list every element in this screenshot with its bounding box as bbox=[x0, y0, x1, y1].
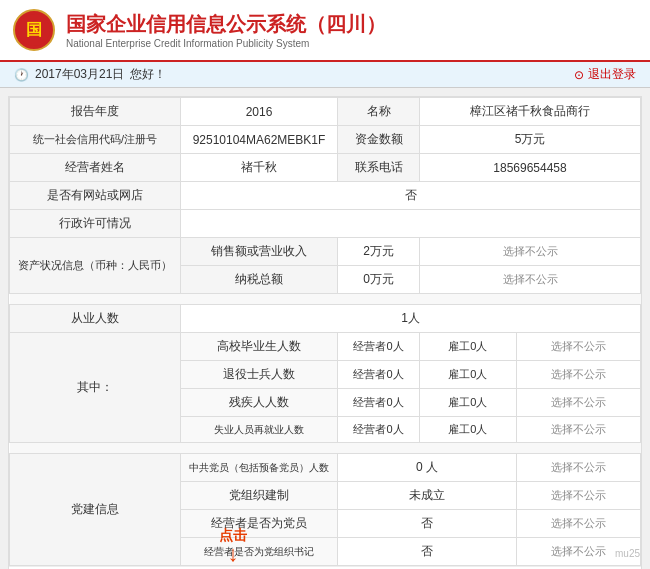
permit-value bbox=[181, 210, 641, 238]
clock-icon: 🕐 bbox=[14, 68, 29, 82]
topbar-date: 2017年03月21日 bbox=[35, 66, 124, 83]
unemployed-public[interactable]: 选择不公示 bbox=[516, 417, 640, 443]
tax-public[interactable]: 选择不公示 bbox=[420, 266, 641, 294]
svg-text:国: 国 bbox=[26, 21, 42, 38]
college-operator: 经营者0人 bbox=[338, 333, 420, 361]
logo: 国 bbox=[12, 8, 56, 52]
is-member-public[interactable]: 选择不公示 bbox=[516, 510, 640, 538]
college-public[interactable]: 选择不公示 bbox=[516, 333, 640, 361]
website-value: 否 bbox=[181, 182, 641, 210]
capital-label: 资金数额 bbox=[338, 126, 420, 154]
topbar-left: 🕐 2017年03月21日 您好！ bbox=[14, 66, 166, 83]
website-label: 是否有网站或网店 bbox=[10, 182, 181, 210]
unemployed-employee: 雇工0人 bbox=[420, 417, 517, 443]
capital-value: 5万元 bbox=[420, 126, 641, 154]
party-section-label: 党建信息 bbox=[10, 454, 181, 566]
veteran-operator: 经营者0人 bbox=[338, 361, 420, 389]
spacer-row bbox=[10, 294, 641, 305]
header-text: 国家企业信用信息公示系统（四川） National Enterprise Cre… bbox=[66, 12, 386, 49]
party-member-label: 中共党员（包括预备党员）人数 bbox=[181, 454, 338, 482]
contact-label: 联系电话 bbox=[338, 154, 420, 182]
info-table: 报告年度 2016 名称 樟江区禇千秋食品商行 统一社会信用代码/注册号 925… bbox=[9, 97, 641, 566]
disabled-operator: 经营者0人 bbox=[338, 389, 420, 417]
header: 国 国家企业信用信息公示系统（四川） National Enterprise C… bbox=[0, 0, 650, 62]
party-org-value: 未成立 bbox=[338, 482, 517, 510]
name-value: 樟江区禇千秋食品商行 bbox=[420, 98, 641, 126]
report-year-value: 2016 bbox=[181, 98, 338, 126]
is-secretary-value: 否 bbox=[338, 538, 517, 566]
table-row: 经营者姓名 禇千秋 联系电话 18569654458 bbox=[10, 154, 641, 182]
is-member-value: 否 bbox=[338, 510, 517, 538]
table-row: 是否有网站或网店 否 bbox=[10, 182, 641, 210]
employee-sub-label: 其中： bbox=[10, 333, 181, 443]
emblem-icon: 国 bbox=[12, 8, 56, 52]
table-row: 统一社会信用代码/注册号 92510104MA62MEBK1F 资金数额 5万元 bbox=[10, 126, 641, 154]
disabled-public[interactable]: 选择不公示 bbox=[516, 389, 640, 417]
name-label: 名称 bbox=[338, 98, 420, 126]
topbar-greeting: 您好！ bbox=[130, 66, 166, 83]
table-row: 行政许可情况 bbox=[10, 210, 641, 238]
app-title-cn: 国家企业信用信息公示系统（四川） bbox=[66, 12, 386, 36]
is-secretary-label: 经营者是否为党组织书记 bbox=[181, 538, 338, 566]
main-content: 报告年度 2016 名称 樟江区禇千秋食品商行 统一社会信用代码/注册号 925… bbox=[8, 96, 642, 569]
veteran-public[interactable]: 选择不公示 bbox=[516, 361, 640, 389]
report-year-label: 报告年度 bbox=[10, 98, 181, 126]
unified-code-label: 统一社会信用代码/注册号 bbox=[10, 126, 181, 154]
permit-label: 行政许可情况 bbox=[10, 210, 181, 238]
college-employee: 雇工0人 bbox=[420, 333, 517, 361]
unemployed-label: 失业人员再就业人数 bbox=[181, 417, 338, 443]
tax-value: 0万元 bbox=[338, 266, 420, 294]
tax-label: 纳税总额 bbox=[181, 266, 338, 294]
watermark: mu25 bbox=[615, 548, 640, 559]
table-row: 报告年度 2016 名称 樟江区禇千秋食品商行 bbox=[10, 98, 641, 126]
party-org-public[interactable]: 选择不公示 bbox=[516, 482, 640, 510]
spacer-row bbox=[10, 443, 641, 454]
contact-value: 18569654458 bbox=[420, 154, 641, 182]
table-row: 从业人数 1人 bbox=[10, 305, 641, 333]
table-row: 资产状况信息（币种：人民币） 销售额或营业收入 2万元 选择不公示 bbox=[10, 238, 641, 266]
topbar: 🕐 2017年03月21日 您好！ ⊙ 退出登录 bbox=[0, 62, 650, 88]
party-org-label: 党组织建制 bbox=[181, 482, 338, 510]
app-title-en: National Enterprise Credit Information P… bbox=[66, 38, 386, 49]
sales-label: 销售额或营业收入 bbox=[181, 238, 338, 266]
veteran-employee: 雇工0人 bbox=[420, 361, 517, 389]
disabled-employee: 雇工0人 bbox=[420, 389, 517, 417]
logout-label: 退出登录 bbox=[588, 66, 636, 83]
asset-section-label: 资产状况信息（币种：人民币） bbox=[10, 238, 181, 294]
unified-code-value: 92510104MA62MEBK1F bbox=[181, 126, 338, 154]
party-member-value: 0 人 bbox=[338, 454, 517, 482]
sales-value: 2万元 bbox=[338, 238, 420, 266]
veteran-label: 退役士兵人数 bbox=[181, 361, 338, 389]
logout-button[interactable]: ⊙ 退出登录 bbox=[574, 66, 636, 83]
operator-value: 禇千秋 bbox=[181, 154, 338, 182]
employee-section-label: 从业人数 bbox=[10, 305, 181, 333]
college-label: 高校毕业生人数 bbox=[181, 333, 338, 361]
party-member-public[interactable]: 选择不公示 bbox=[516, 454, 640, 482]
table-row: 其中： 高校毕业生人数 经营者0人 雇工0人 选择不公示 bbox=[10, 333, 641, 361]
employee-total: 1人 bbox=[181, 305, 641, 333]
operator-label: 经营者姓名 bbox=[10, 154, 181, 182]
table-row: 党建信息 中共党员（包括预备党员）人数 0 人 选择不公示 bbox=[10, 454, 641, 482]
disabled-label: 残疾人人数 bbox=[181, 389, 338, 417]
logout-icon: ⊙ bbox=[574, 68, 584, 82]
is-member-label: 经营者是否为党员 bbox=[181, 510, 338, 538]
sales-public[interactable]: 选择不公示 bbox=[420, 238, 641, 266]
unemployed-operator: 经营者0人 bbox=[338, 417, 420, 443]
